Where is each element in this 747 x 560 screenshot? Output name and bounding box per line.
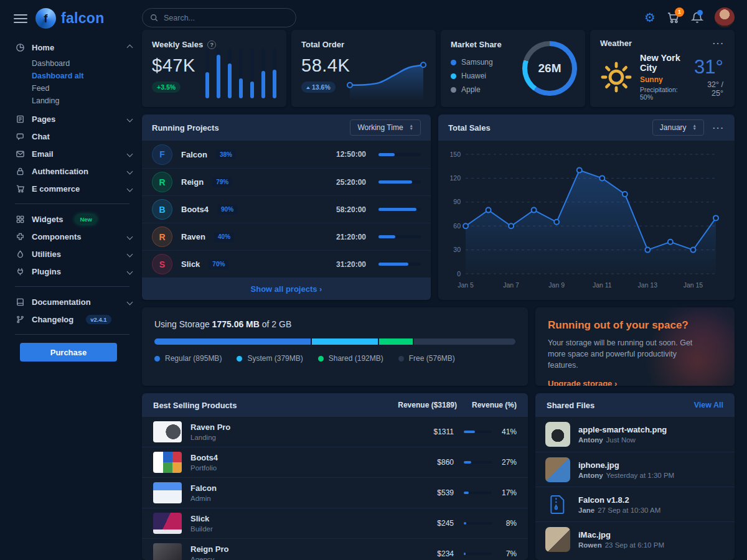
sidebar: f falcon Home Dashboard Dashboard alt Fe… [0, 0, 142, 560]
table-row[interactable]: Reign ProAgency $234 7% [142, 539, 528, 560]
cart-icon [15, 184, 25, 194]
sidebar-item-pages[interactable]: Pages [15, 110, 132, 128]
purchase-button[interactable]: Purchase [20, 343, 117, 362]
sidebar-item-plugins[interactable]: Plugins [15, 263, 132, 280]
month-select[interactable]: January ▲▼ [652, 119, 704, 136]
sidebar-item-landing[interactable]: Landing [32, 95, 132, 107]
chevron-up-icon [127, 44, 133, 50]
new-badge: New [75, 215, 96, 224]
upgrade-storage-link[interactable]: Upgrade storage › [548, 379, 617, 386]
view-all-link[interactable]: View All [694, 401, 723, 409]
sidebar-item-home[interactable]: Home [15, 39, 132, 56]
user-avatar[interactable] [715, 7, 735, 27]
file-row[interactable]: Falcon v1.8.2Jane27 Sep at 10:30 AM [535, 487, 735, 521]
notifications-bell-icon[interactable] [691, 11, 703, 24]
chevron-down-icon [127, 251, 133, 257]
project-time: 31:20:00 [336, 260, 366, 269]
table-row[interactable]: Boots4Portfolio $860 27% [142, 447, 528, 478]
chevron-down-icon [127, 151, 133, 157]
hamburger-menu-button[interactable] [14, 12, 27, 26]
project-progressbar [378, 263, 421, 266]
table-row[interactable]: Raven ProLanding $1311 41% [142, 417, 528, 447]
sun-icon [600, 61, 632, 93]
project-time: 12:50:00 [336, 150, 366, 159]
sidebar-item-widgets[interactable]: Widgets New [15, 210, 132, 228]
storage-legend: Regular (895MB) System (379MB) Shared (1… [154, 354, 515, 363]
legend-dot [318, 356, 324, 362]
sidebar-item-utilities[interactable]: Utilities [15, 245, 132, 263]
ellipsis-menu-icon[interactable]: ··· [713, 123, 725, 133]
chevron-down-icon [127, 299, 133, 305]
pages-icon [15, 114, 25, 124]
search-input[interactable] [164, 14, 288, 22]
project-row[interactable]: S Slick 70% 31:20:00 [142, 250, 431, 278]
project-row[interactable]: B Boots4 90% 58:20:00 [142, 195, 431, 223]
project-row[interactable]: R Raven 40% 21:20:00 [142, 223, 431, 250]
weather-city: New York City [640, 53, 687, 73]
project-row[interactable]: F Falcon 38% 12:50:00 [142, 141, 431, 168]
sidebar-item-feed[interactable]: Feed [32, 82, 132, 95]
project-percent-badge: 79% [212, 177, 232, 187]
ellipsis-menu-icon[interactable]: ··· [713, 39, 725, 48]
product-percent: 41% [492, 427, 517, 436]
show-all-projects-link[interactable]: Show all projects › [251, 284, 322, 294]
storage-segment [379, 338, 413, 345]
svg-text:150: 150 [449, 151, 461, 158]
nav-divider [15, 334, 129, 335]
file-row[interactable]: iphone.jpgAntonyYesterday at 1:30 PM [535, 452, 735, 487]
file-row[interactable]: iMac.jpgRowen23 Sep at 6:10 PM [535, 521, 735, 556]
shared-files-card: Shared Files View All apple-smart-watch.… [535, 393, 735, 560]
upgrade-space-card: Running out of your space? Your storage … [535, 307, 735, 386]
project-avatar: R [152, 226, 172, 247]
sort-arrows-icon: ▲▼ [693, 124, 697, 130]
legend-item: Free (576MB) [398, 354, 455, 363]
search-input-wrapper [142, 8, 296, 27]
sidebar-item-documentation[interactable]: Documentation [15, 293, 132, 310]
home-submenu: Dashboard Dashboard alt Feed Landing [15, 56, 132, 110]
market-share-donut: 26M [522, 41, 577, 96]
weekly-sales-bar [228, 49, 232, 98]
sidebar-item-changelog[interactable]: Changelog v2.4.1 [15, 310, 132, 328]
product-percent: 17% [492, 488, 517, 497]
storage-bar [154, 338, 515, 345]
settings-gear-icon[interactable]: ⚙ [644, 11, 655, 24]
shopping-cart-icon[interactable]: 1 [667, 11, 680, 24]
revenue-progressbar [464, 553, 492, 555]
card-title: Total Order [301, 40, 344, 49]
weekly-sales-bar [239, 49, 243, 98]
revenue-progressbar [464, 431, 492, 433]
sidebar-item-components[interactable]: Components [15, 228, 132, 245]
weekly-sales-card: Weekly Sales? $47K +3.5% [142, 30, 286, 107]
table-row[interactable]: SlickBuilder $245 8% [142, 508, 528, 539]
help-icon[interactable]: ? [207, 40, 216, 49]
main-content: ⚙ 1 Weekly Sales? $47K +3.5% Total Order… [142, 0, 735, 560]
sidebar-item-email[interactable]: Email [15, 145, 132, 162]
weekly-sales-bar [217, 49, 220, 98]
brand-name: falcon [61, 10, 105, 27]
revenue-progressbar [464, 492, 492, 494]
book-icon [15, 297, 25, 307]
notification-dot [697, 10, 703, 16]
product-thumbnail [153, 452, 182, 473]
chevron-down-icon [127, 168, 133, 174]
storage-segment [154, 338, 311, 345]
file-row[interactable]: apple-smart-watch.pngAntonyJust Now [535, 417, 735, 452]
weekly-sales-bar [261, 49, 265, 98]
project-avatar: S [152, 254, 172, 274]
sidebar-item-dashboard-alt[interactable]: Dashboard alt [32, 70, 132, 82]
sidebar-item-authentication[interactable]: Authentication [15, 162, 132, 180]
row-storage-space: Using Storage 1775.06 MB of 2 GB Regular… [142, 307, 735, 386]
weather-condition: Sunny [640, 75, 687, 84]
falcon-logo[interactable]: f falcon [35, 8, 105, 29]
product-revenue: $539 [398, 488, 454, 497]
table-row[interactable]: FalconAdmin $539 17% [142, 478, 528, 508]
working-time-select[interactable]: Working Time ▲▼ [350, 119, 421, 136]
sidebar-item-dashboard[interactable]: Dashboard [32, 57, 132, 70]
table-title: Best Selling Products [153, 401, 364, 410]
svg-text:120: 120 [449, 174, 461, 182]
sidebar-item-ecommerce[interactable]: E commerce [15, 180, 132, 197]
sidebar-item-chat[interactable]: Chat [15, 128, 132, 145]
total-order-chart [344, 51, 430, 101]
weekly-sales-bar [250, 49, 254, 98]
project-row[interactable]: R Reign 79% 25:20:00 [142, 168, 431, 195]
